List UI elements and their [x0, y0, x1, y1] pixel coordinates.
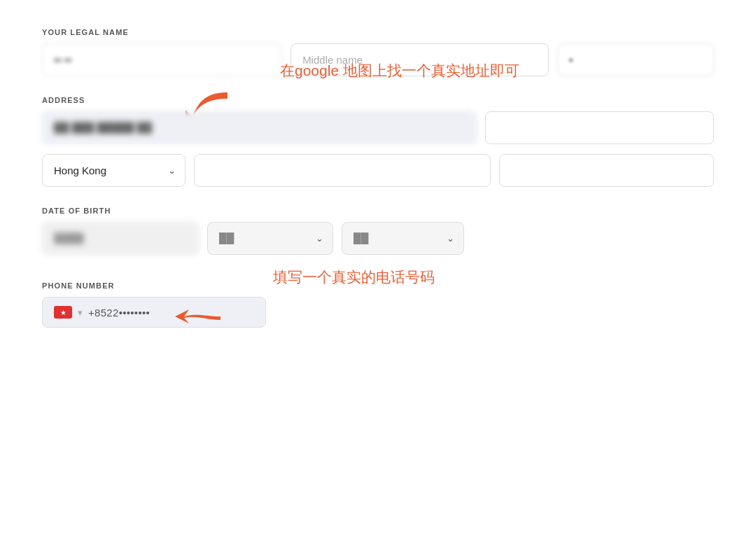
dob-day-select[interactable]: ██ [342, 222, 464, 255]
dob-day-select-wrapper[interactable]: ██ ⌄ [342, 222, 464, 255]
phone-input-wrapper[interactable]: ▾ +8522•••••••• [42, 297, 266, 328]
phone-number-display: +8522•••••••• [88, 307, 150, 319]
phone-dropdown-icon: ▾ [78, 307, 83, 318]
address-state-input[interactable]: Causewan Bay [194, 154, 491, 187]
address-label: ADDRESS [42, 96, 714, 104]
dob-year-input[interactable] [42, 222, 199, 255]
phone-flag-icon [54, 306, 72, 319]
first-name-input[interactable] [42, 43, 282, 76]
address-zip-input[interactable]: 999077 [499, 154, 714, 187]
country-select[interactable]: Hong Kong [42, 154, 186, 187]
country-select-wrapper[interactable]: Hong Kong ⌄ [42, 154, 186, 187]
dob-month-select[interactable]: ██ [207, 222, 333, 255]
dob-month-select-wrapper[interactable]: ██ ⌄ [207, 222, 333, 255]
legal-name-label: YOUR LEGAL NAME [42, 28, 714, 36]
dob-label: DATE OF BIRTH [42, 207, 714, 215]
last-name-input[interactable] [557, 43, 714, 76]
phone-arrow-icon [172, 302, 227, 333]
address-city-input[interactable]: Causeway Bay [485, 111, 714, 144]
address-line1-input[interactable] [42, 111, 477, 144]
